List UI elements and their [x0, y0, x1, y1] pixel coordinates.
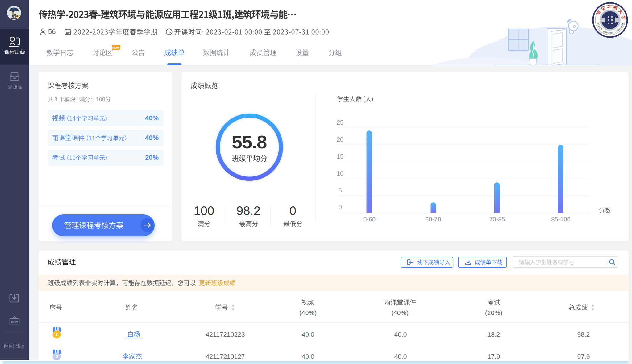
- svg-text:NEW: NEW: [112, 46, 119, 49]
- svg-text:1: 1: [56, 332, 58, 337]
- svg-text:NEW: NEW: [11, 320, 18, 324]
- svg-text:2: 2: [56, 354, 58, 359]
